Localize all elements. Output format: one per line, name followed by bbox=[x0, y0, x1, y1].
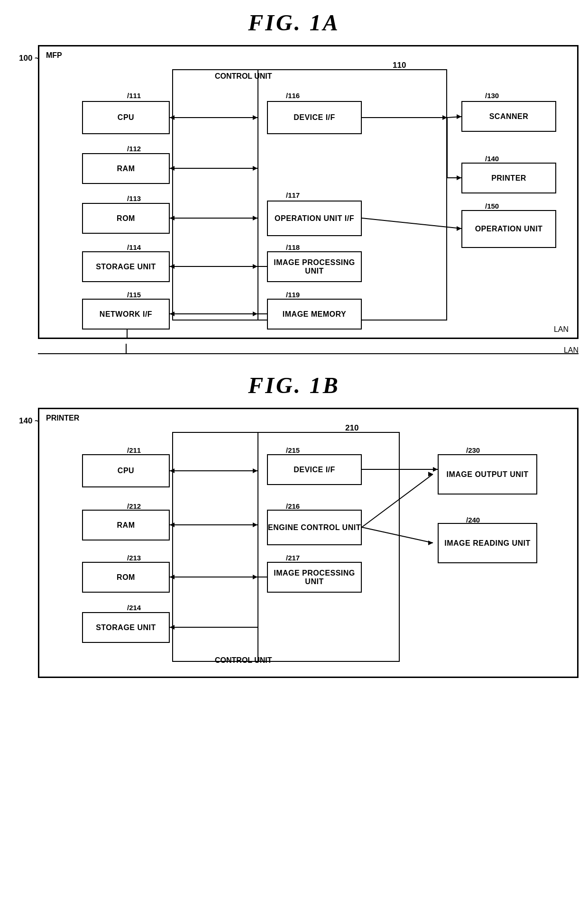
op-unit-ref: /150 bbox=[485, 202, 499, 210]
storage-b-box: STORAGE UNIT bbox=[82, 612, 170, 643]
svg-marker-23 bbox=[457, 226, 461, 231]
ram-box: RAM bbox=[82, 153, 170, 184]
control-unit-ref: 110 bbox=[393, 61, 406, 70]
network-ref: /115 bbox=[127, 291, 141, 299]
mfp-ref-label: 100 ~ bbox=[19, 54, 39, 63]
printer-box: PRINTER bbox=[461, 163, 556, 193]
img-proc-b-box: IMAGE PROCESSING UNIT bbox=[267, 562, 362, 593]
control-unit-ref-b: 210 bbox=[345, 423, 358, 433]
img-proc-b-ref: /217 bbox=[286, 554, 300, 562]
rom-b-ref: /213 bbox=[127, 554, 141, 562]
svg-marker-21 bbox=[457, 175, 461, 180]
engine-ctrl-box: ENGINE CONTROL UNIT bbox=[267, 510, 362, 545]
img-mem-box: IMAGE MEMORY bbox=[267, 299, 362, 330]
cpu-box: CPU bbox=[82, 101, 170, 134]
printer-outer-ref: 140 ~ bbox=[19, 416, 39, 426]
img-mem-ref: /119 bbox=[286, 291, 300, 299]
op-unit-if-box: OPERATION UNIT I/F bbox=[267, 201, 362, 236]
img-out-box: IMAGE OUTPUT UNIT bbox=[438, 454, 537, 495]
lan-label: LAN bbox=[554, 325, 569, 334]
ram-ref: /112 bbox=[127, 145, 141, 153]
control-unit-label: CONTROL UNIT bbox=[215, 72, 272, 81]
svg-marker-39 bbox=[433, 467, 438, 472]
scanner-box: SCANNER bbox=[461, 101, 556, 132]
svg-line-17 bbox=[447, 117, 461, 118]
device-if-b-box: DEVICE I/F bbox=[267, 454, 362, 485]
img-out-ref: /230 bbox=[466, 446, 480, 454]
storage-ref: /114 bbox=[127, 243, 141, 251]
scanner-ref: /130 bbox=[485, 92, 499, 100]
img-proc-box: IMAGE PROCESSING UNIT bbox=[267, 251, 362, 282]
op-unit-box: OPERATION UNIT bbox=[461, 210, 556, 248]
storage-box: STORAGE UNIT bbox=[82, 251, 170, 282]
printer-outer-label: PRINTER bbox=[46, 414, 79, 422]
fig1b-title: FIG. 1B bbox=[14, 372, 574, 398]
img-proc-ref: /118 bbox=[286, 243, 300, 251]
op-unit-if-ref: /117 bbox=[286, 191, 300, 199]
mfp-label: MFP bbox=[46, 51, 62, 60]
engine-ctrl-ref: /216 bbox=[286, 502, 300, 510]
device-if-ref: /116 bbox=[286, 92, 300, 100]
rom-b-box: ROM bbox=[82, 562, 170, 593]
control-unit-label-b: CONTROL UNIT bbox=[215, 656, 272, 665]
device-if-box: DEVICE I/F bbox=[267, 101, 362, 134]
svg-marker-43 bbox=[428, 540, 433, 545]
ram-b-ref: /212 bbox=[127, 502, 141, 510]
fig1a-diagram: MFP 110 CONTROL UNIT /111 CPU /112 RAM /… bbox=[38, 45, 579, 339]
device-if-b-ref: /215 bbox=[286, 446, 300, 454]
cpu-ref: /111 bbox=[127, 92, 141, 100]
svg-marker-20 bbox=[457, 114, 461, 119]
fig1a-title: FIG. 1A bbox=[14, 9, 574, 36]
storage-b-ref: /214 bbox=[127, 604, 141, 612]
svg-marker-42 bbox=[428, 472, 433, 476]
cpu-b-box: CPU bbox=[82, 454, 170, 487]
img-read-box: IMAGE READING UNIT bbox=[438, 523, 537, 563]
cpu-b-ref: /211 bbox=[127, 446, 141, 454]
network-box: NETWORK I/F bbox=[82, 299, 170, 330]
printer-ref: /140 bbox=[485, 155, 499, 163]
ram-b-box: RAM bbox=[82, 510, 170, 540]
fig1b-diagram: PRINTER 210 CONTROL UNIT /211 CPU /212 R… bbox=[38, 408, 579, 678]
rom-ref: /113 bbox=[127, 194, 141, 202]
rom-box: ROM bbox=[82, 203, 170, 234]
lan-label-below: LAN bbox=[564, 346, 579, 355]
